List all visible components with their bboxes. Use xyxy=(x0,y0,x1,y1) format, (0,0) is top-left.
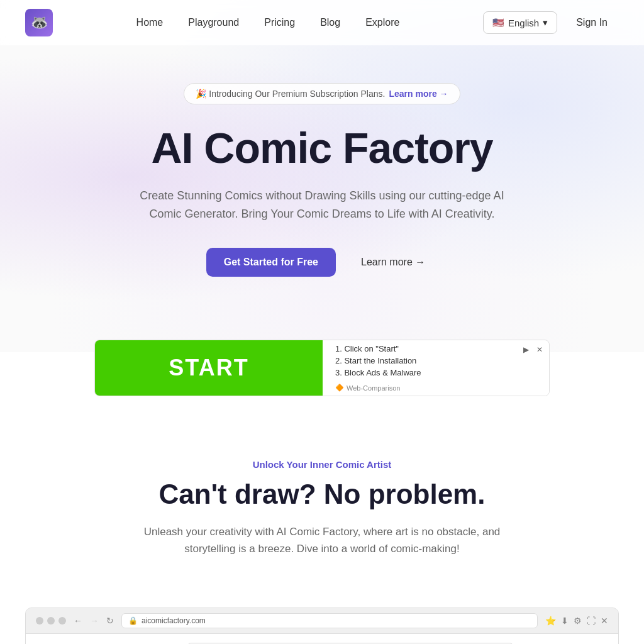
fullscreen-icon[interactable]: ⛶ xyxy=(587,616,596,626)
section-eyebrow: Unlock Your Inner Comic Artist xyxy=(25,459,619,470)
language-selector[interactable]: 🇺🇸 English ▾ xyxy=(483,11,557,34)
ad-close-button[interactable]: ✕ xyxy=(534,344,545,355)
close-icon[interactable]: ✕ xyxy=(601,616,608,626)
dot-minimize xyxy=(47,617,55,625)
web-comparison-icon: 🔶 xyxy=(335,384,344,392)
download-icon[interactable]: ⬇ xyxy=(561,616,569,626)
lock-icon: 🔒 xyxy=(128,616,138,625)
ad-start-text: START xyxy=(169,355,248,381)
refresh-icon[interactable]: ↻ xyxy=(106,616,114,626)
ad-step2: 2. Start the Installation xyxy=(335,356,536,365)
ad-step1: 1. Click on "Start" xyxy=(335,344,536,353)
browser-dots xyxy=(36,617,66,625)
main-nav: Home Playground Pricing Blog Explore xyxy=(136,17,400,28)
header-right: 🇺🇸 English ▾ Sign In xyxy=(483,11,619,34)
browser-mockup: ← → ↻ 🔒 aicomicfactory.com ⭐ ⬇ ⚙ ⛶ ✕ Ame… xyxy=(25,608,619,644)
nav-pricing[interactable]: Pricing xyxy=(264,17,295,28)
browser-url-bar[interactable]: 🔒 aicomicfactory.com xyxy=(121,613,538,628)
nav-home[interactable]: Home xyxy=(136,17,164,28)
ad-footer: 🔶 Web-Comparison xyxy=(335,384,536,392)
back-icon[interactable]: ← xyxy=(74,616,82,626)
get-started-button[interactable]: Get Started for Free xyxy=(206,248,336,277)
section-title: Can't draw? No problem. xyxy=(25,479,619,511)
browser-actions: ⭐ ⬇ ⚙ ⛶ ✕ xyxy=(545,616,608,626)
badge-prefix: 🎉 Introducing Our Premium Subscription P… xyxy=(196,89,385,99)
lang-flag: 🇺🇸 xyxy=(492,17,504,28)
url-text: aicomicfactory.com xyxy=(142,616,206,625)
ad-info: 1. Click on "Start" 2. Start the Install… xyxy=(323,340,549,396)
settings-icon[interactable]: ⚙ xyxy=(574,616,582,626)
section-subtitle: Unleash your creativity with AI Comic Fa… xyxy=(127,523,517,557)
nav-playground[interactable]: Playground xyxy=(188,17,239,28)
browser-content: American (modern) Grid 1 Caption Spider-… xyxy=(26,634,618,644)
ad-step3: 3. Block Ads & Malware xyxy=(335,368,536,377)
hero-buttons: Get Started for Free Learn more → xyxy=(25,248,619,277)
sign-in-button[interactable]: Sign In xyxy=(565,12,619,33)
forward-icon[interactable]: → xyxy=(90,616,99,626)
browser-toolbar: ← → ↻ 🔒 aicomicfactory.com ⭐ ⬇ ⚙ ⛶ ✕ xyxy=(26,608,618,634)
chevron-down-icon: ▾ xyxy=(543,17,548,28)
ad-banner: START 1. Click on "Start" 2. Start the I… xyxy=(94,340,550,396)
dot-maximize xyxy=(58,617,66,625)
ad-brand: Web-Comparison xyxy=(347,384,400,392)
unlock-section: Unlock Your Inner Comic Artist Can't dra… xyxy=(0,434,644,608)
badge-learn-link[interactable]: Learn more → xyxy=(389,89,448,99)
announcement-badge[interactable]: 🎉 Introducing Our Premium Subscription P… xyxy=(184,83,460,104)
hero-title: AI Comic Factory xyxy=(25,125,619,172)
ad-controls: ▶ ✕ xyxy=(521,344,545,355)
dot-close xyxy=(36,617,43,625)
bookmark-icon[interactable]: ⭐ xyxy=(545,616,556,626)
lang-label: English xyxy=(508,18,539,28)
hero-section: 🎉 Introducing Our Premium Subscription P… xyxy=(0,45,644,340)
nav-explore[interactable]: Explore xyxy=(365,17,399,28)
hero-subtitle: Create Stunning Comics without Drawing S… xyxy=(133,187,511,223)
nav-blog[interactable]: Blog xyxy=(320,17,340,28)
ad-start-area[interactable]: START xyxy=(95,340,323,396)
learn-more-button[interactable]: Learn more → xyxy=(348,248,438,277)
ad-play-button[interactable]: ▶ xyxy=(521,344,531,355)
logo-icon: 🦝 xyxy=(25,9,53,36)
logo[interactable]: 🦝 xyxy=(25,9,53,36)
